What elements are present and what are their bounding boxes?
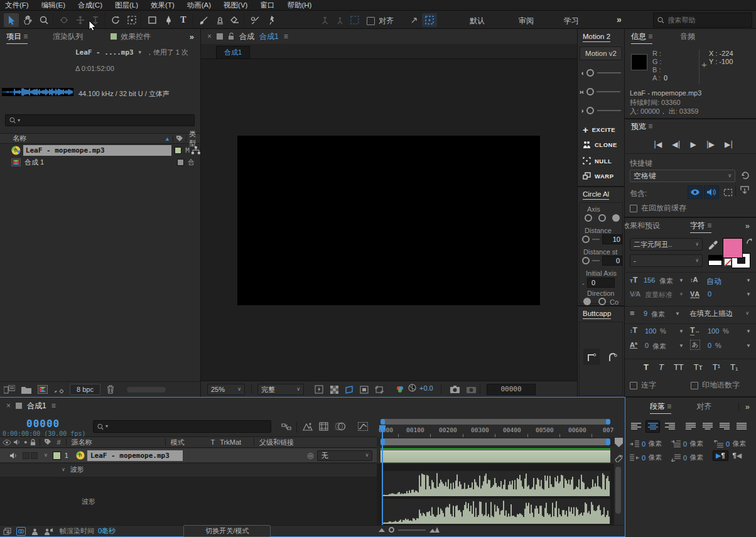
align-center-button[interactable] xyxy=(645,420,660,433)
indent-right-field[interactable]: 0像素 xyxy=(630,453,662,462)
no-fill-icon[interactable] xyxy=(724,258,732,266)
distance-st-knob[interactable] xyxy=(582,257,590,264)
ligatures-toggle[interactable]: 连字 xyxy=(630,380,656,391)
clone-button[interactable]: CLONE xyxy=(583,141,617,148)
default-fill-stroke-icon[interactable] xyxy=(708,255,722,266)
tab-circle-align[interactable]: Circle Al xyxy=(583,188,609,200)
project-search-input[interactable] xyxy=(24,117,190,124)
align-right-button[interactable] xyxy=(662,420,677,433)
indent-left-field[interactable]: 0像素 xyxy=(630,439,662,448)
axis-option-3[interactable] xyxy=(612,214,620,222)
round-cap-button[interactable] xyxy=(605,349,621,365)
direction-option-2[interactable] xyxy=(598,298,606,305)
footage-caret-icon[interactable]: ▼ xyxy=(138,50,143,55)
snapshot-icon[interactable] xyxy=(447,382,462,396)
exposure-value[interactable]: +0.0 xyxy=(419,384,433,392)
toggle-switches-button[interactable]: 切换开关/模式 xyxy=(183,525,271,537)
column-name[interactable]: 名称 xyxy=(13,134,26,143)
project-row-audio-name[interactable]: LeaF - mopemope.mp3 xyxy=(23,145,172,156)
tab-audio[interactable]: 音频 xyxy=(680,31,695,42)
nav-bar[interactable] xyxy=(381,419,610,425)
workspace-default[interactable]: 默认 xyxy=(470,16,485,26)
ligatures-checkbox[interactable] xyxy=(630,382,637,389)
lock-open-icon[interactable] xyxy=(228,33,234,40)
char-more-chevron[interactable]: » xyxy=(745,221,750,231)
show-snapshot-icon[interactable] xyxy=(463,382,478,396)
mode-column[interactable]: 模式 xyxy=(171,438,185,447)
null-button[interactable]: NULL xyxy=(583,157,612,165)
motion-v2-header[interactable]: Motion v2 xyxy=(580,46,622,60)
playhead-line[interactable] xyxy=(382,431,383,525)
timeline-tab[interactable]: 合成1 xyxy=(27,399,46,413)
justify-last-right-button[interactable] xyxy=(717,420,732,433)
selection-tool[interactable] xyxy=(4,13,19,27)
arrow-ne-icon[interactable] xyxy=(407,13,422,27)
t-column[interactable]: T xyxy=(211,438,215,446)
motion-slider-1[interactable]: ‹ xyxy=(581,69,621,77)
crop-icon[interactable] xyxy=(372,382,387,396)
tsume-caret[interactable]: ▼ xyxy=(746,344,751,349)
tab-buttcapper[interactable]: Buttcapp xyxy=(583,308,611,319)
audio-enabled-icon[interactable] xyxy=(10,452,18,459)
horizontal-scale-caret[interactable]: ▼ xyxy=(746,329,751,334)
space-after-field[interactable]: 0像素 xyxy=(671,453,703,462)
timeline-zoom-knob[interactable] xyxy=(389,527,394,533)
interpret-footage-icon[interactable] xyxy=(4,385,15,394)
distance-value[interactable]: 10 xyxy=(602,234,622,244)
lock-toggle[interactable] xyxy=(31,452,38,459)
label-column-icon[interactable] xyxy=(176,135,183,143)
baseline-shift-value[interactable]: 0 xyxy=(645,342,649,349)
work-area-end[interactable] xyxy=(606,438,610,445)
camera-unified-tool[interactable] xyxy=(124,13,139,27)
tab-preview[interactable]: 预览 ≡ xyxy=(631,119,652,133)
stroke-width-caret[interactable]: ▼ xyxy=(675,312,680,317)
roto-brush-tool[interactable] xyxy=(247,13,262,27)
quality-icon[interactable] xyxy=(615,454,623,462)
include-video-button[interactable] xyxy=(688,185,703,199)
prev-frame-icon[interactable]: ◀| xyxy=(672,140,680,149)
first-frame-icon[interactable]: |◀ xyxy=(654,140,662,149)
viewer-panel-menu-icon[interactable]: ≡ xyxy=(284,32,288,41)
first-line-indent-field[interactable]: 0像素 xyxy=(671,439,703,448)
pen-tool[interactable] xyxy=(161,13,176,27)
axis-option-1[interactable] xyxy=(585,214,592,222)
channels-icon[interactable] xyxy=(392,382,408,396)
zoom-tool[interactable] xyxy=(36,13,51,27)
waveform-expand-caret[interactable]: ∨ xyxy=(62,467,65,472)
composition-canvas[interactable] xyxy=(237,136,540,305)
fast-preview-icon[interactable] xyxy=(311,382,327,396)
shortcut-dropdown[interactable]: 空格键∨ xyxy=(630,170,735,182)
excite-button[interactable]: +EXCITE xyxy=(583,124,615,135)
expand-layers-icon[interactable] xyxy=(3,528,11,535)
warp-button[interactable]: WARP xyxy=(583,172,614,180)
font-size-value[interactable]: 156 xyxy=(644,276,655,284)
tsume-value[interactable]: 0 xyxy=(708,342,711,349)
small-caps-button[interactable]: Tт xyxy=(694,362,703,372)
leading-caret[interactable]: ▼ xyxy=(746,278,751,283)
snap-region-icon[interactable] xyxy=(422,13,437,27)
bit-depth-button[interactable]: 8 bpc xyxy=(70,384,100,395)
eraser-tool[interactable] xyxy=(227,13,242,27)
help-search-input[interactable] xyxy=(668,16,748,24)
hindi-digits-checkbox[interactable] xyxy=(691,382,698,389)
label-swatch-gray[interactable] xyxy=(177,159,184,166)
new-composition-icon[interactable] xyxy=(38,385,48,394)
selection-box-icon[interactable] xyxy=(347,13,362,27)
brush-tool[interactable] xyxy=(196,13,211,27)
cache-export-icon[interactable] xyxy=(740,186,749,194)
shy-layers-icon[interactable] xyxy=(31,528,39,535)
horizontal-scale-value[interactable]: 100 xyxy=(708,327,719,335)
tab-info[interactable]: 信息 ≡ xyxy=(631,30,652,44)
rtl-direction-button[interactable]: ¶◀ xyxy=(731,451,744,460)
faux-italic-button[interactable]: T xyxy=(659,362,664,372)
baseline-shift-caret[interactable]: ▼ xyxy=(679,344,684,349)
help-search[interactable] xyxy=(653,13,752,28)
workspace-more-chevron[interactable]: » xyxy=(617,14,622,24)
trash-icon[interactable] xyxy=(107,385,114,394)
vertical-scale-value[interactable]: 100 xyxy=(645,327,656,335)
region-of-interest-icon[interactable] xyxy=(342,382,357,396)
scrollbar-h-thumb[interactable] xyxy=(127,387,166,393)
composition-mini-flowchart-icon[interactable] xyxy=(281,423,291,431)
menu-edit[interactable]: 编辑(E) xyxy=(41,1,65,10)
include-overlays-button[interactable] xyxy=(720,185,735,199)
